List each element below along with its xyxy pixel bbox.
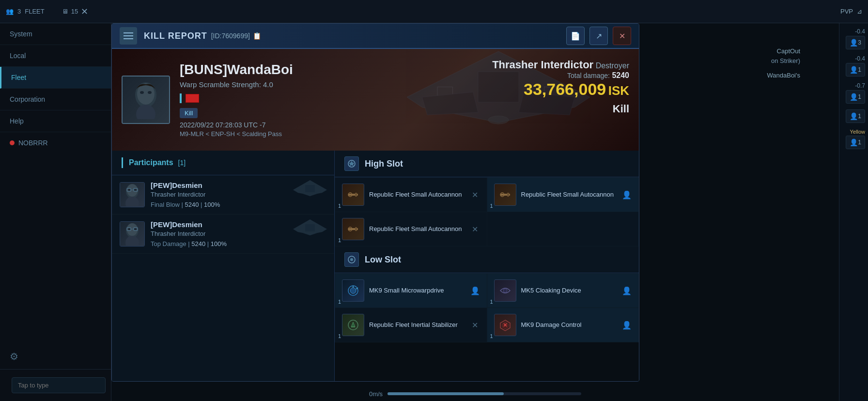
- notes-button[interactable]: 📄: [566, 27, 585, 45]
- chat-entry-1: CaptOut: [777, 47, 800, 55]
- chat-entry-3: WandaBoi's: [767, 72, 800, 79]
- svg-point-25: [128, 228, 131, 230]
- item-remove-button-3[interactable]: ✕: [470, 223, 480, 236]
- svg-point-15: [128, 189, 131, 191]
- menu-line-1: [124, 32, 133, 33]
- filter-icon: ⊿: [857, 8, 862, 15]
- item-icon-mwd: [342, 279, 364, 302]
- sidebar-item-alliance[interactable]: NOBRRR: [0, 132, 111, 154]
- fleet-count: 3: [17, 8, 21, 15]
- item-remove-button[interactable]: ✕: [470, 188, 480, 201]
- participant-avatar-1: [120, 182, 145, 207]
- svg-rect-21: [305, 185, 315, 192]
- sidebar-item-system[interactable]: System: [0, 23, 111, 45]
- modal-menu-button[interactable]: [120, 27, 137, 45]
- flag-accent: [180, 93, 182, 103]
- item-remove-stab[interactable]: ✕: [470, 319, 480, 332]
- player-portrait: [122, 76, 170, 124]
- sidebar-item-fleet[interactable]: Fleet: [0, 67, 111, 89]
- participant-stats-2: Top Damage | 5240 | 100%: [151, 240, 326, 247]
- participant-row-2[interactable]: [PEW]Desmien Thrasher Interdictor Top Da…: [112, 215, 334, 254]
- low-slot-icon: [344, 252, 359, 267]
- fleet-label: FLEET: [25, 8, 44, 15]
- indicator-2: -0.4 👤 1: [839, 55, 868, 77]
- high-slot-header: High Slot: [335, 151, 639, 177]
- item-icon-autocannon-2: [494, 184, 516, 206]
- svg-point-10: [140, 91, 144, 94]
- sidebar-chat-input-area: ≡ Send: [0, 369, 111, 401]
- monitor-count: 15: [71, 8, 78, 15]
- pvp-section: PVP ⊿: [840, 8, 862, 15]
- modal-header: KILL REPORT [ID:7609699] 📋 📄 ↗ ✕: [112, 24, 639, 49]
- modal-close-button[interactable]: ✕: [613, 27, 631, 45]
- speed-progress-fill: [388, 392, 504, 395]
- low-slot-header: Low Slot: [335, 247, 639, 273]
- slot-item-cloak: 1 MK5 Cloaking Device 👤: [487, 274, 639, 308]
- speed-bar: 0m/s: [111, 386, 839, 401]
- item-name-3: Republic Fleet Small Autocannon: [369, 225, 465, 233]
- svg-point-24: [125, 236, 139, 246]
- participants-panel: Participants [1]: [112, 151, 335, 382]
- high-slot-label: High Slot: [365, 159, 403, 169]
- slot-item-dc: 1 MK9 Damage Control 👤: [487, 308, 639, 342]
- notes-icon: 📄: [571, 31, 580, 41]
- copy-id-button[interactable]: 📋: [253, 32, 261, 40]
- right-panel: -0.4 👤 3 -0.4 👤 1 -0.7 👤 1 👤 1 Yellow 👤 …: [839, 23, 868, 401]
- slot-item-stab: 1 Republic Fleet Inertial Stabilizer ✕: [335, 308, 487, 342]
- item-name-2: Republic Fleet Small Autocannon: [521, 190, 618, 199]
- modal-banner: [BUNS]WandaBoi Warp Scramble Strength: 4…: [112, 49, 639, 151]
- item-name-dc: MK9 Damage Control: [521, 321, 618, 329]
- item-icon-dc: [494, 314, 516, 336]
- svg-rect-31: [305, 224, 315, 231]
- item-user-icon: 👤: [622, 190, 632, 200]
- participants-count: [1]: [178, 159, 186, 167]
- slot-item-empty: [487, 212, 639, 246]
- total-damage-value: 5240: [612, 71, 629, 79]
- isk-value: 33,766,009: [524, 80, 606, 98]
- svg-point-45: [350, 288, 356, 293]
- close-icon: ✕: [619, 31, 625, 41]
- sidebar-item-help[interactable]: Help: [0, 110, 111, 132]
- participants-title: Participants: [129, 158, 173, 167]
- low-slot-label: Low Slot: [365, 255, 401, 265]
- share-button[interactable]: ↗: [589, 27, 608, 45]
- isk-label: ISK: [608, 83, 629, 98]
- chat-entry-2: on Striker): [771, 57, 800, 64]
- pvp-label: PVP: [840, 8, 853, 15]
- sidebar-item-local[interactable]: Local: [0, 45, 111, 67]
- indicator-yellow: Yellow 👤 1: [839, 129, 868, 149]
- svg-point-4: [488, 116, 509, 124]
- low-slot-items: 1 MK9 Small Microwarpdrive 👤 1: [335, 273, 639, 342]
- menu-line-3: [124, 38, 133, 39]
- item-user-cloak: 👤: [622, 286, 632, 295]
- sidebar-item-corporation[interactable]: Corporation: [0, 89, 111, 110]
- share-icon: ↗: [596, 31, 602, 41]
- participant-row[interactable]: [PEW]Desmien Thrasher Interdictor Final …: [112, 175, 334, 215]
- svg-rect-37: [507, 193, 509, 197]
- participant-avatar-2: [120, 221, 145, 247]
- svg-point-16: [134, 189, 137, 191]
- chat-input[interactable]: [12, 377, 106, 393]
- svg-point-11: [148, 91, 152, 94]
- corp-flag-icon: [186, 94, 199, 103]
- monitor-close-button[interactable]: ✕: [81, 6, 88, 17]
- monitor-indicator[interactable]: 🖥 15 ✕: [62, 6, 88, 17]
- svg-point-26: [134, 228, 137, 230]
- sidebar-gear-button[interactable]: ⚙: [0, 344, 111, 369]
- kill-label: Kill: [492, 103, 629, 115]
- gear-icon: ⚙: [10, 351, 18, 362]
- svg-point-14: [125, 197, 139, 206]
- ship-class: Destroyer: [596, 62, 629, 70]
- modal-body: Participants [1]: [112, 151, 639, 382]
- fleet-indicator[interactable]: 👥 3 FLEET: [6, 8, 45, 15]
- alliance-status-dot: [10, 140, 15, 145]
- equipment-panel: High Slot 1 Republic Fleet Small Autocan…: [335, 151, 639, 382]
- high-slot-items: 1 Republic Fleet Small Autocannon ✕ 1: [335, 177, 639, 247]
- slot-item-3: 1 Republic Fleet Small Autocannon ✕: [335, 212, 487, 246]
- kill-report-modal: KILL REPORT [ID:7609699] 📋 📄 ↗ ✕: [111, 23, 639, 382]
- item-name-cloak: MK5 Cloaking Device: [521, 286, 618, 295]
- participant-ship-silhouette-2: [291, 218, 329, 240]
- fleet-users-icon: 👥: [6, 8, 14, 15]
- item-name-mwd: MK9 Small Microwarpdrive: [369, 286, 465, 295]
- speed-progress-bar: [388, 392, 581, 395]
